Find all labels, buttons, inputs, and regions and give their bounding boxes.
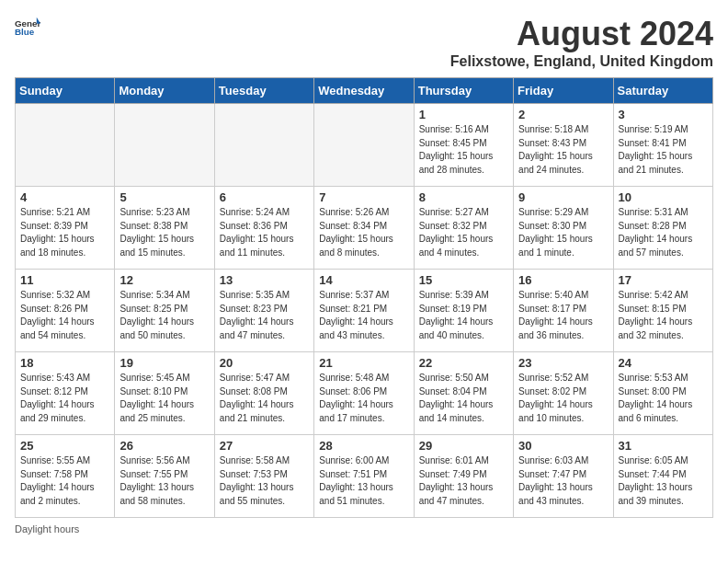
day-number: 16 (518, 273, 608, 287)
day-info: Sunrise: 5:47 AMSunset: 8:08 PMDaylight:… (220, 372, 309, 425)
day-number: 3 (619, 108, 708, 121)
day-info: Sunrise: 5:24 AMSunset: 8:36 PMDaylight:… (220, 206, 309, 259)
day-info: Sunrise: 5:37 AMSunset: 8:21 PMDaylight:… (319, 289, 408, 342)
calendar-cell: 9Sunrise: 5:29 AMSunset: 8:30 PMDaylight… (514, 187, 613, 270)
day-number: 25 (20, 439, 109, 453)
col-header-monday: Monday (115, 78, 214, 104)
col-header-sunday: Sunday (16, 78, 115, 104)
calendar-cell: 4Sunrise: 5:21 AMSunset: 8:39 PMDaylight… (16, 187, 115, 270)
col-header-tuesday: Tuesday (214, 78, 313, 104)
day-info: Sunrise: 5:45 AMSunset: 8:10 PMDaylight:… (119, 372, 209, 425)
col-header-saturday: Saturday (613, 78, 712, 104)
day-number: 17 (619, 273, 708, 287)
day-number: 24 (619, 356, 708, 370)
day-number: 2 (518, 108, 608, 121)
day-info: Sunrise: 5:35 AMSunset: 8:23 PMDaylight:… (220, 289, 309, 342)
day-number: 18 (20, 356, 109, 370)
day-number: 14 (319, 273, 408, 287)
calendar-cell: 31Sunrise: 6:05 AMSunset: 7:44 PMDayligh… (613, 435, 712, 518)
calendar-cell: 6Sunrise: 5:24 AMSunset: 8:36 PMDaylight… (214, 187, 313, 270)
day-info: Sunrise: 5:31 AMSunset: 8:28 PMDaylight:… (619, 206, 708, 259)
calendar-cell: 15Sunrise: 5:39 AMSunset: 8:19 PMDayligh… (414, 270, 513, 352)
day-info: Sunrise: 5:56 AMSunset: 7:55 PMDaylight:… (119, 454, 209, 508)
day-number: 13 (220, 273, 309, 287)
calendar-cell (314, 104, 414, 187)
day-number: 15 (419, 273, 508, 287)
day-info: Sunrise: 5:26 AMSunset: 8:34 PMDaylight:… (319, 206, 408, 259)
day-info: Sunrise: 5:48 AMSunset: 8:06 PMDaylight:… (319, 372, 408, 425)
day-number: 11 (20, 273, 109, 287)
calendar-cell: 27Sunrise: 5:58 AMSunset: 7:53 PMDayligh… (214, 435, 313, 518)
day-number: 12 (119, 273, 209, 287)
calendar-cell: 17Sunrise: 5:42 AMSunset: 8:15 PMDayligh… (613, 270, 712, 352)
day-info: Sunrise: 5:27 AMSunset: 8:32 PMDaylight:… (419, 206, 508, 259)
day-number: 19 (119, 356, 209, 370)
month-year-title: August 2024 (450, 15, 713, 53)
col-header-friday: Friday (514, 78, 613, 104)
day-number: 21 (319, 356, 408, 370)
title-area: August 2024 Felixstowe, England, United … (450, 15, 713, 70)
calendar-cell: 25Sunrise: 5:55 AMSunset: 7:58 PMDayligh… (16, 435, 115, 518)
day-number: 22 (419, 356, 508, 370)
day-info: Sunrise: 5:32 AMSunset: 8:26 PMDaylight:… (20, 289, 109, 342)
day-number: 28 (319, 439, 408, 453)
calendar-cell: 16Sunrise: 5:40 AMSunset: 8:17 PMDayligh… (514, 270, 613, 352)
day-number: 5 (119, 190, 209, 204)
calendar-cell: 29Sunrise: 6:01 AMSunset: 7:49 PMDayligh… (414, 435, 513, 518)
header: General Blue August 2024 Felixstowe, Eng… (15, 15, 713, 70)
calendar-cell: 2Sunrise: 5:18 AMSunset: 8:43 PMDaylight… (514, 104, 613, 187)
calendar-cell: 7Sunrise: 5:26 AMSunset: 8:34 PMDaylight… (314, 187, 414, 270)
day-number: 26 (119, 439, 209, 453)
calendar-table: SundayMondayTuesdayWednesdayThursdayFrid… (15, 77, 713, 518)
week-row-2: 4Sunrise: 5:21 AMSunset: 8:39 PMDaylight… (16, 187, 713, 270)
day-number: 27 (220, 439, 309, 453)
calendar-cell: 30Sunrise: 6:03 AMSunset: 7:47 PMDayligh… (514, 435, 613, 518)
calendar-cell: 19Sunrise: 5:45 AMSunset: 8:10 PMDayligh… (115, 352, 214, 435)
day-number: 31 (619, 439, 708, 453)
calendar-cell: 12Sunrise: 5:34 AMSunset: 8:25 PMDayligh… (115, 270, 214, 352)
calendar-cell: 13Sunrise: 5:35 AMSunset: 8:23 PMDayligh… (214, 270, 313, 352)
day-info: Sunrise: 5:23 AMSunset: 8:38 PMDaylight:… (119, 206, 209, 259)
calendar-cell: 20Sunrise: 5:47 AMSunset: 8:08 PMDayligh… (214, 352, 313, 435)
calendar-cell (115, 104, 214, 187)
day-number: 7 (319, 190, 408, 204)
day-number: 9 (518, 190, 608, 204)
day-info: Sunrise: 5:39 AMSunset: 8:19 PMDaylight:… (419, 289, 508, 342)
week-row-4: 18Sunrise: 5:43 AMSunset: 8:12 PMDayligh… (16, 352, 713, 435)
calendar-cell: 1Sunrise: 5:16 AMSunset: 8:45 PMDaylight… (414, 104, 513, 187)
day-info: Sunrise: 6:05 AMSunset: 7:44 PMDaylight:… (619, 454, 708, 508)
logo-icon: General Blue (15, 15, 40, 40)
col-header-thursday: Thursday (414, 78, 513, 104)
day-info: Sunrise: 5:29 AMSunset: 8:30 PMDaylight:… (518, 206, 608, 259)
day-info: Sunrise: 5:53 AMSunset: 8:00 PMDaylight:… (619, 372, 708, 425)
day-info: Sunrise: 5:43 AMSunset: 8:12 PMDaylight:… (20, 372, 109, 425)
day-number: 30 (518, 439, 608, 453)
day-info: Sunrise: 5:34 AMSunset: 8:25 PMDaylight:… (119, 289, 209, 342)
calendar-cell: 3Sunrise: 5:19 AMSunset: 8:41 PMDaylight… (613, 104, 712, 187)
day-number: 23 (518, 356, 608, 370)
calendar-cell: 5Sunrise: 5:23 AMSunset: 8:38 PMDaylight… (115, 187, 214, 270)
footer-note: Daylight hours (15, 523, 713, 534)
day-number: 10 (619, 190, 708, 204)
calendar-cell: 8Sunrise: 5:27 AMSunset: 8:32 PMDaylight… (414, 187, 513, 270)
calendar-cell: 22Sunrise: 5:50 AMSunset: 8:04 PMDayligh… (414, 352, 513, 435)
day-number: 6 (220, 190, 309, 204)
day-number: 20 (220, 356, 309, 370)
day-info: Sunrise: 5:58 AMSunset: 7:53 PMDaylight:… (220, 454, 309, 508)
day-info: Sunrise: 5:18 AMSunset: 8:43 PMDaylight:… (518, 123, 608, 177)
calendar-cell: 24Sunrise: 5:53 AMSunset: 8:00 PMDayligh… (613, 352, 712, 435)
calendar-cell: 11Sunrise: 5:32 AMSunset: 8:26 PMDayligh… (16, 270, 115, 352)
week-row-1: 1Sunrise: 5:16 AMSunset: 8:45 PMDaylight… (16, 104, 713, 187)
calendar-cell: 26Sunrise: 5:56 AMSunset: 7:55 PMDayligh… (115, 435, 214, 518)
day-info: Sunrise: 5:52 AMSunset: 8:02 PMDaylight:… (518, 372, 608, 425)
day-info: Sunrise: 5:21 AMSunset: 8:39 PMDaylight:… (20, 206, 109, 259)
day-info: Sunrise: 5:42 AMSunset: 8:15 PMDaylight:… (619, 289, 708, 342)
calendar-cell (214, 104, 313, 187)
calendar-cell (16, 104, 115, 187)
week-row-3: 11Sunrise: 5:32 AMSunset: 8:26 PMDayligh… (16, 270, 713, 352)
week-row-5: 25Sunrise: 5:55 AMSunset: 7:58 PMDayligh… (16, 435, 713, 518)
day-info: Sunrise: 5:16 AMSunset: 8:45 PMDaylight:… (419, 123, 508, 177)
calendar-header-row: SundayMondayTuesdayWednesdayThursdayFrid… (16, 78, 713, 104)
day-info: Sunrise: 6:01 AMSunset: 7:49 PMDaylight:… (419, 454, 508, 508)
day-number: 8 (419, 190, 508, 204)
